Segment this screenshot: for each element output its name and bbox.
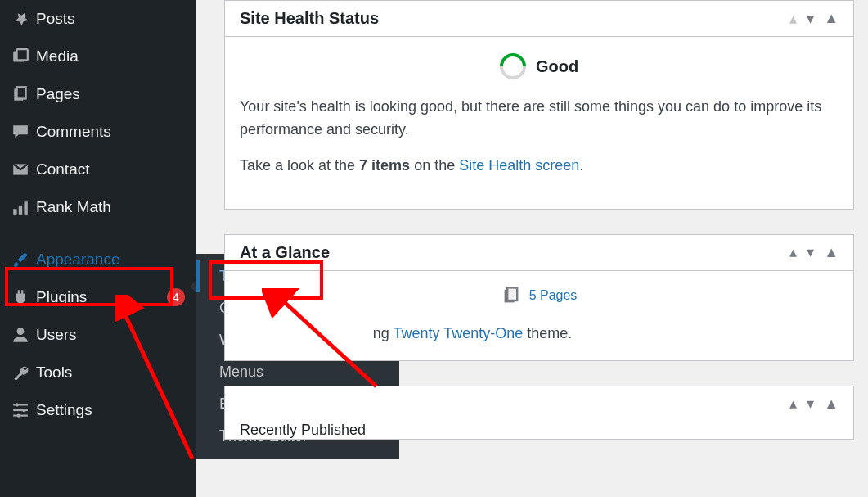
sidebar-item-label: Contact [36, 160, 185, 178]
pages-icon [11, 85, 36, 103]
sidebar-item-label: Media [36, 47, 185, 66]
health-items-line: Take a look at the 7 items on the Site H… [240, 155, 839, 178]
svg-rect-7 [24, 201, 27, 214]
site-health-link[interactable]: Site Health screen [459, 157, 579, 174]
user-icon [11, 326, 36, 344]
move-down-icon[interactable]: ▾ [807, 395, 814, 413]
main-content: Site Health Status ▴ ▾ ▲ Good Your site'… [224, 0, 854, 497]
update-badge: 4 [167, 288, 185, 306]
brush-icon [11, 251, 36, 269]
move-up-icon[interactable]: ▴ [789, 395, 797, 413]
sidebar-item-label: Pages [36, 85, 185, 103]
admin-sidebar: Posts Media Pages Comments Contact Rank … [0, 0, 196, 497]
toggle-panel-icon[interactable]: ▲ [824, 395, 839, 413]
pages-link[interactable]: 5 Pages [529, 288, 578, 303]
sidebar-item-media[interactable]: Media [0, 38, 196, 75]
site-health-panel: Site Health Status ▴ ▾ ▲ Good Your site'… [224, 0, 854, 210]
sidebar-item-label: Plugins [36, 288, 162, 306]
status-circle-icon [494, 47, 531, 84]
sidebar-item-pages[interactable]: Pages [0, 75, 196, 113]
svg-rect-6 [19, 206, 22, 215]
theme-line: WordPress 5.x running Twenty Twenty-One … [225, 320, 853, 360]
wrench-icon [11, 364, 36, 382]
recently-published-panel: x ▴ ▾ ▲ Recently Published [224, 386, 854, 440]
svg-rect-3 [17, 87, 26, 98]
toggle-panel-icon[interactable]: ▲ [824, 244, 839, 261]
media-icon [11, 47, 36, 66]
svg-point-13 [22, 409, 25, 412]
sidebar-item-appearance[interactable]: Appearance [0, 241, 196, 278]
sidebar-item-contact[interactable]: Contact [0, 151, 196, 188]
sidebar-item-plugins[interactable]: Plugins 4 [0, 278, 196, 316]
sidebar-item-users[interactable]: Users [0, 316, 196, 354]
svg-point-14 [17, 413, 20, 417]
sidebar-item-label: Appearance [36, 251, 185, 269]
health-description: Your site's health is looking good, but … [240, 96, 839, 142]
sidebar-item-label: Comments [36, 123, 185, 141]
panel-controls: ▴ ▾ ▲ [789, 10, 839, 28]
plug-icon [11, 288, 36, 306]
status-row: Good [240, 53, 839, 79]
sidebar-item-tools[interactable]: Tools [0, 354, 196, 391]
svg-rect-5 [13, 209, 16, 215]
theme-link[interactable]: Twenty Twenty-One [393, 325, 523, 341]
toggle-panel-icon[interactable]: ▲ [824, 10, 839, 27]
pages-icon [501, 286, 521, 305]
panel-header: At a Glance ▴ ▾ ▲ [225, 235, 853, 271]
envelope-icon [11, 160, 36, 178]
sliders-icon [11, 401, 36, 419]
comments-icon [11, 123, 36, 141]
move-up-icon[interactable]: ▴ [789, 10, 797, 28]
sidebar-item-settings[interactable]: Settings [0, 391, 196, 429]
sidebar-item-label: Posts [36, 10, 185, 28]
sidebar-item-label: Rank Math [36, 198, 185, 216]
sidebar-item-posts[interactable]: Posts [0, 0, 196, 38]
panel-controls: ▴ ▾ ▲ [789, 395, 839, 413]
items-count: 7 items [359, 157, 410, 174]
at-a-glance-panel: At a Glance ▴ ▾ ▲ 5 Pages WordPress 5.x … [224, 234, 854, 361]
glance-row: 5 Pages [225, 271, 853, 320]
panel-header: x ▴ ▾ ▲ [225, 386, 853, 418]
sidebar-item-label: Users [36, 326, 185, 344]
sidebar-item-label: Tools [36, 364, 185, 382]
move-down-icon[interactable]: ▾ [807, 10, 814, 28]
svg-point-12 [15, 403, 18, 406]
chart-icon [11, 198, 36, 216]
panel-controls: ▴ ▾ ▲ [789, 243, 839, 261]
panel-header: Site Health Status ▴ ▾ ▲ [225, 1, 853, 37]
panel-body: Good Your site's health is looking good,… [225, 37, 853, 209]
panel-title: At a Glance [240, 243, 789, 262]
status-text: Good [536, 54, 578, 79]
svg-point-8 [17, 328, 25, 335]
panel-title: Site Health Status [240, 9, 789, 28]
svg-rect-16 [507, 287, 517, 300]
move-up-icon[interactable]: ▴ [789, 243, 797, 261]
sidebar-item-comments[interactable]: Comments [0, 113, 196, 151]
sidebar-item-rankmath[interactable]: Rank Math [0, 188, 196, 226]
sidebar-item-label: Settings [36, 401, 185, 419]
move-down-icon[interactable]: ▾ [807, 243, 814, 261]
pin-icon [11, 10, 36, 28]
rp-title: Recently Published [225, 418, 853, 439]
